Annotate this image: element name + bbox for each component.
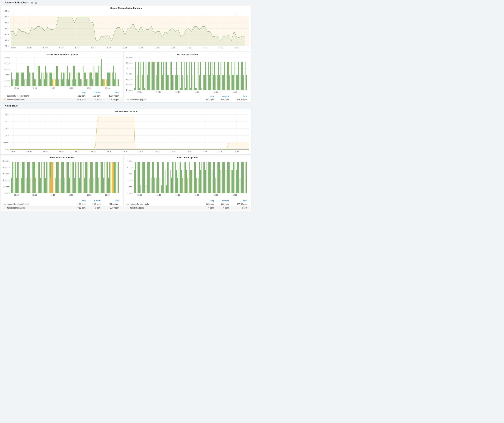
legend-avg-value: 0 opm: [199, 207, 214, 209]
svg-text:2.0 opm: 2.0 opm: [3, 166, 10, 168]
svg-text:15:25: 15:25: [87, 87, 91, 89]
legend-col-current[interactable]: current: [214, 200, 229, 202]
svg-text:15:25: 15:25: [214, 91, 218, 93]
svg-text:15:15: 15:15: [175, 194, 180, 196]
svg-text:15:05: 15:05: [138, 194, 142, 196]
section-header-reconciliation-stats[interactable]: Reconciliation Stats: [0, 0, 252, 5]
legend-col-total[interactable]: total: [229, 95, 247, 97]
series-color-dash: [4, 100, 6, 100]
chevron-down-icon[interactable]: [1, 2, 3, 3]
svg-text:15:22: 15:22: [155, 47, 159, 49]
legend-item-failed-reconciliations[interactable]: failed reconciliations 0.06 opm 0 opm 7.…: [2, 98, 122, 101]
legend-total-value: 15.60 opm: [101, 207, 119, 209]
svg-text:15:15: 15:15: [50, 87, 55, 89]
legend-col-total[interactable]: total: [229, 200, 247, 202]
legend-col-current[interactable]: current: [85, 200, 101, 202]
legend-item-successful-git-pulls[interactable]: successful git pulls 2.87 opm 2.40 opm 3…: [125, 98, 250, 101]
panel-git-sources-ops: Git Sources ops/min 15:0515:1015:1515:20…: [124, 52, 251, 103]
legend-col-avg[interactable]: avg: [199, 95, 214, 97]
svg-text:15:26: 15:26: [186, 151, 191, 153]
legend-current-value: 2.40 opm: [214, 99, 229, 101]
svg-text:15:10: 15:10: [59, 151, 64, 153]
chevron-down-icon[interactable]: [1, 105, 3, 106]
legend-item-successful-chart-pulls[interactable]: successful chart pulls 3.85 opm 4.80 opm…: [125, 202, 250, 206]
series-color-dash: [4, 204, 6, 205]
legend-item-successful-reconciliations[interactable]: successful reconciliations 2.10 opm 2.40…: [2, 202, 122, 206]
panel-helm-release-duration: Helm Release Duration 15:0415:0615:0815:…: [1, 109, 251, 154]
svg-text:15:30: 15:30: [105, 194, 109, 196]
svg-text:15:20: 15:20: [194, 194, 199, 196]
svg-text:15:15: 15:15: [175, 91, 180, 93]
series-color-dash: [126, 100, 129, 100]
legend-col-total[interactable]: total: [101, 91, 119, 94]
series-color-dash: [4, 96, 6, 96]
svg-text:2 opm: 2 opm: [127, 179, 132, 181]
legend-label[interactable]: failed reconciliations: [7, 207, 25, 209]
legend-label[interactable]: failed chart pulls: [130, 207, 144, 209]
series-color-dash: [4, 208, 6, 208]
legend-current-value: 2.40 opm: [85, 203, 101, 205]
legend: avg current total successful chart pulls…: [125, 199, 250, 210]
legend-col-avg[interactable]: avg: [71, 91, 85, 94]
svg-text:15:12: 15:12: [75, 47, 79, 49]
svg-text:10.5 s: 10.5 s: [4, 10, 9, 12]
section-header-helm-stats[interactable]: Helm Stats: [0, 103, 252, 109]
svg-text:2 opm: 2 opm: [5, 74, 10, 76]
section-title[interactable]: Helm Stats: [5, 104, 18, 107]
legend-col-current[interactable]: current: [214, 95, 229, 97]
legend-total-value: 465.60 opm: [229, 203, 247, 205]
legend-item-failed-reconciliations[interactable]: failed reconciliations 0.13 opm 0 opm 15…: [2, 206, 122, 210]
svg-text:15:25: 15:25: [87, 194, 91, 196]
legend-col-avg[interactable]: avg: [71, 200, 85, 202]
legend-item-successful-reconciliations[interactable]: successful reconciliations 2.12 opm 1.20…: [2, 94, 122, 98]
svg-text:15:28: 15:28: [203, 47, 207, 49]
svg-text:5 opm: 5 opm: [127, 160, 132, 162]
svg-text:15:20: 15:20: [139, 151, 143, 153]
svg-text:15:04: 15:04: [11, 47, 16, 49]
legend-item-failed-chart-pulls[interactable]: failed chart pulls 0 opm 0 opm 0 opm: [125, 206, 250, 210]
section-title[interactable]: Reconciliation Stats: [5, 1, 29, 4]
svg-text:15:30: 15:30: [233, 91, 237, 93]
panel-cluster-reconciliation-duration: Cluster Reconciliation Duration 15:0415:…: [1, 6, 251, 51]
helm-release-duration-chart[interactable]: 15:0415:0615:0815:1015:1215:1415:1615:18…: [1, 109, 251, 154]
legend-label[interactable]: failed reconciliations: [7, 99, 25, 101]
legend-total-value: 256.80 opm: [101, 95, 119, 97]
cluster-reconciliation-duration-chart[interactable]: 15:0415:0615:0815:1015:1215:1415:1615:18…: [1, 6, 251, 51]
legend-stats-header: avg current total: [2, 91, 122, 94]
svg-text:15:15: 15:15: [50, 194, 55, 196]
svg-text:15:10: 15:10: [32, 87, 37, 89]
svg-text:9.5 s: 9.5 s: [5, 22, 9, 24]
svg-text:15:30: 15:30: [218, 151, 223, 153]
svg-text:15:05: 15:05: [14, 87, 19, 89]
legend-total-value: 7.20 opm: [101, 99, 119, 101]
svg-text:15:30: 15:30: [233, 194, 237, 196]
svg-text:15:18: 15:18: [123, 151, 127, 153]
svg-text:4 opm: 4 opm: [5, 62, 10, 64]
legend-label[interactable]: successful reconciliations: [7, 95, 29, 97]
svg-text:0 opm: 0 opm: [127, 192, 132, 194]
svg-text:4.0 opm: 4.0 opm: [126, 57, 132, 59]
svg-text:15:06: 15:06: [27, 151, 32, 153]
svg-text:15:10: 15:10: [156, 91, 161, 93]
svg-text:15:06: 15:06: [27, 47, 32, 49]
legend-col-avg[interactable]: avg: [199, 200, 214, 202]
legend-col-current[interactable]: current: [85, 91, 101, 94]
svg-text:2.0 opm: 2.0 opm: [126, 78, 132, 80]
legend-label[interactable]: successful git pulls: [130, 99, 146, 101]
legend-label[interactable]: successful reconciliations: [7, 203, 29, 205]
legend: avg current total successful reconciliat…: [2, 199, 122, 210]
legend-label[interactable]: successful chart pulls: [130, 203, 149, 205]
svg-text:8.0 s: 8.0 s: [5, 39, 9, 41]
svg-text:0 opm: 0 opm: [5, 192, 10, 194]
legend-col-total[interactable]: total: [101, 200, 119, 202]
svg-text:15:05: 15:05: [138, 91, 142, 93]
gear-icon[interactable]: [31, 1, 33, 4]
svg-text:4 opm: 4 opm: [127, 166, 132, 168]
legend-stats-header: avg current total: [2, 199, 122, 202]
svg-text:1.0 opm: 1.0 opm: [126, 89, 132, 91]
legend-total-value: 254.40 opm: [101, 203, 119, 205]
svg-text:15:16: 15:16: [107, 47, 111, 49]
panel-cluster-reconciliations-ops: Cluster Reconciliations ops/min 15:0515:…: [1, 52, 123, 103]
trash-icon[interactable]: [35, 1, 37, 4]
panel-helm-releases-ops: Helm Releases ops/min 15:0515:1015:1515:…: [1, 155, 123, 211]
